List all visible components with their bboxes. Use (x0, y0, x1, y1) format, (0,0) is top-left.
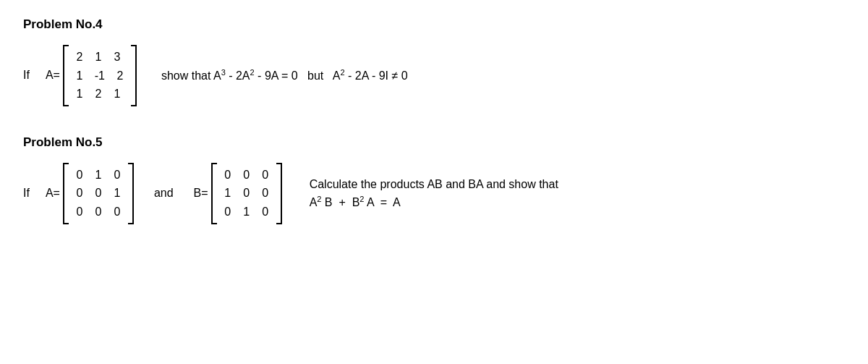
b-cell-0-2: 0 (256, 166, 275, 185)
and-label: and (154, 187, 174, 200)
matrix-a-wrap-4: A= 2 1 3 1 -1 2 1 2 1 (46, 45, 137, 106)
b-cell-1-2: 0 (256, 184, 275, 203)
a-cell-2-1: 0 (89, 203, 108, 221)
b-cell-1-0: 1 (218, 184, 237, 203)
matrix-a-row-1: 0 1 0 (70, 166, 127, 185)
matrix-a-row-3: 0 0 0 (70, 203, 127, 221)
b-cell-2-0: 0 (218, 203, 237, 221)
desc-line2: A2 B + B2 A = A (310, 193, 558, 211)
a-cell-1-2: 1 (108, 184, 127, 203)
a-cell-1-1: 0 (89, 184, 108, 203)
matrix-b-wrap-5: B= 0 0 0 1 0 0 0 1 0 (194, 163, 282, 224)
a-cell-0-1: 1 (89, 166, 108, 185)
desc-line1: Calculate the products AB and BA and sho… (310, 176, 558, 193)
cell-1-0: 1 (70, 67, 89, 85)
problem4-description: show that A3 - 2A2 - 9A = 0 but A2 - 2A … (161, 68, 408, 82)
matrix-row-1: 2 1 3 (70, 48, 129, 67)
problem5-row: If A= 0 1 0 0 0 1 0 0 0 (23, 163, 845, 224)
b-cell-2-2: 0 (256, 203, 275, 221)
matrix-a-wrap-5: A= 0 1 0 0 0 1 0 0 0 (46, 163, 134, 224)
cell-0-2: 3 (108, 48, 127, 67)
if-label-4: If (23, 69, 30, 82)
a-cell-2-2: 0 (108, 203, 127, 221)
matrix-a-5: 0 1 0 0 0 1 0 0 0 (63, 163, 134, 224)
matrix-b-row-2: 1 0 0 (218, 184, 275, 203)
if-label-5: If (23, 187, 30, 200)
a-cell-0-0: 0 (70, 166, 89, 185)
matrix-a-4: 2 1 3 1 -1 2 1 2 1 (63, 45, 137, 106)
cell-1-2: 2 (111, 67, 129, 85)
problem4-title: Problem No.4 (23, 17, 845, 32)
a-cell-2-0: 0 (70, 203, 89, 221)
a-cell-1-0: 0 (70, 184, 89, 203)
a-cell-0-2: 0 (108, 166, 127, 185)
matrix-row-3: 1 2 1 (70, 85, 129, 103)
matrix-b-label-5: B= (194, 187, 208, 200)
matrix-b-row-1: 0 0 0 (218, 166, 275, 185)
matrix-b-5: 0 0 0 1 0 0 0 1 0 (211, 163, 282, 224)
cell-2-0: 1 (70, 85, 89, 103)
matrix-b-row-3: 0 1 0 (218, 203, 275, 221)
cell-0-0: 2 (70, 48, 89, 67)
problem5-title: Problem No.5 (23, 135, 845, 150)
b-cell-1-1: 0 (237, 184, 256, 203)
b-cell-2-1: 1 (237, 203, 256, 221)
problem5-description: Calculate the products AB and BA and sho… (310, 176, 558, 211)
cell-2-1: 2 (89, 85, 108, 103)
cell-1-1: -1 (89, 67, 111, 85)
problem5-section: Problem No.5 If A= 0 1 0 0 0 1 0 0 0 (23, 135, 845, 224)
matrix-row-2: 1 -1 2 (70, 67, 129, 85)
matrix-a-label-5: A= (46, 187, 60, 200)
cell-2-2: 1 (108, 85, 127, 103)
problem4-row: If A= 2 1 3 1 -1 2 1 2 1 (23, 45, 845, 106)
matrix-a-label-4: A= (46, 69, 60, 82)
problem4-section: Problem No.4 If A= 2 1 3 1 -1 2 1 2 1 (23, 17, 845, 106)
b-cell-0-1: 0 (237, 166, 256, 185)
cell-0-1: 1 (89, 48, 108, 67)
b-cell-0-0: 0 (218, 166, 237, 185)
matrix-a-row-2: 0 0 1 (70, 184, 127, 203)
